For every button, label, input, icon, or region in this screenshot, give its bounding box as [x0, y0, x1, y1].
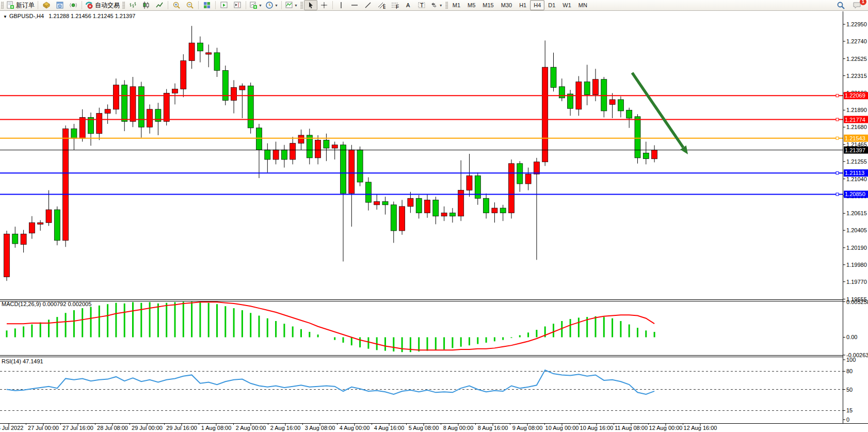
chart-window[interactable]: ▼GBPUSD-,H4 1.21288 1.21456 1.21245 1.21… — [0, 11, 868, 432]
svg-text:26 Jul 2022: 26 Jul 2022 — [0, 425, 23, 431]
svg-text:28 Jul 08:00: 28 Jul 08:00 — [97, 425, 128, 431]
timeframe-m5-button[interactable]: M5 — [464, 0, 479, 10]
bear-candle — [265, 150, 270, 159]
timeframe-mn-button[interactable]: MN — [575, 0, 591, 10]
candles-layer — [4, 26, 657, 281]
chevron-down-icon: ▼ — [259, 4, 262, 7]
text-icon: A — [404, 1, 412, 9]
data-window-button[interactable] — [53, 0, 67, 10]
current-price-line[interactable]: 1.21397 — [0, 147, 868, 154]
bear-candle — [365, 182, 371, 202]
toolbar: 新订单 自动交易 — [0, 0, 868, 11]
bull-candle — [239, 86, 245, 90]
horizontal-support-resistance-line[interactable]: 1.21113 — [0, 169, 868, 177]
zoom-out-button[interactable] — [183, 0, 197, 10]
bear-candle — [643, 153, 649, 158]
chart-canvas[interactable]: 1.229501.227401.225251.223151.221001.218… — [0, 11, 868, 432]
bull-candle — [652, 150, 657, 159]
price-tag-label: 1.22069 — [845, 92, 865, 99]
bear-candle — [635, 117, 640, 158]
toolbar-grip — [1, 2, 4, 9]
timeframe-d1-button[interactable]: D1 — [544, 0, 559, 10]
fibonacci-button[interactable]: F — [388, 0, 401, 10]
trendline-icon — [364, 1, 372, 9]
svg-text:1.22740: 1.22740 — [846, 38, 867, 44]
auto-scroll-button[interactable] — [217, 0, 231, 10]
tile-windows-button[interactable] — [200, 0, 214, 10]
equidistant-channel-button[interactable]: E — [375, 0, 388, 10]
timeframe-m1-button[interactable]: M1 — [449, 0, 464, 10]
navigator-button[interactable] — [67, 0, 80, 10]
candlestick-chart-icon — [142, 1, 150, 9]
svg-text:4 Aug 00:00: 4 Aug 00:00 — [340, 425, 370, 431]
timeframe-m30-button[interactable]: M30 — [497, 0, 516, 10]
timeframe-h1-button[interactable]: H1 — [516, 0, 530, 10]
horizontal-line-button[interactable] — [348, 0, 361, 10]
market-watch-button[interactable] — [40, 0, 53, 10]
search-button[interactable] — [834, 0, 847, 10]
price-tag-label: 1.21397 — [845, 147, 865, 153]
autotrading-button[interactable]: 自动交易 — [84, 0, 121, 10]
svg-text:29 Jul 00:00: 29 Jul 00:00 — [132, 425, 163, 431]
bear-candle — [214, 53, 220, 71]
arrows-button[interactable]: ▼ — [428, 0, 444, 10]
cursor-button[interactable] — [304, 0, 317, 10]
trendline-button[interactable] — [361, 0, 375, 10]
line-chart-button[interactable] — [153, 0, 166, 10]
horizontal-support-resistance-line[interactable]: 1.20850 — [0, 190, 868, 198]
clock-icon — [265, 1, 274, 9]
macd-signal-line — [7, 302, 654, 350]
fibonacci-icon: F — [391, 1, 399, 9]
bull-candle — [29, 222, 35, 233]
bull-candle — [609, 100, 615, 104]
timeframe-m15-button[interactable]: M15 — [479, 0, 497, 10]
bear-candle — [197, 43, 203, 51]
search-icon — [837, 1, 845, 10]
horizontal-support-resistance-line[interactable]: 1.21543 — [0, 135, 868, 142]
bear-candle — [475, 175, 480, 198]
new-order-button[interactable]: 新订单 — [5, 0, 36, 10]
zoom-out-icon — [186, 1, 194, 9]
svg-text:3 Aug 08:00: 3 Aug 08:00 — [305, 425, 335, 431]
bear-candle — [138, 87, 144, 127]
toolbar-grip — [122, 2, 125, 9]
bar-chart-button[interactable] — [126, 0, 139, 10]
bull-candle — [130, 87, 136, 121]
notifications-button[interactable]: 1 — [850, 0, 864, 10]
zoom-in-button[interactable] — [170, 0, 183, 10]
bull-candle — [525, 174, 531, 184]
svg-text:1.20615: 1.20615 — [846, 210, 867, 216]
candlestick-chart-button[interactable] — [139, 0, 153, 10]
svg-text:1.20405: 1.20405 — [846, 227, 867, 233]
macd-layer — [7, 302, 654, 353]
indicators-button[interactable]: ▼ — [283, 0, 299, 10]
market-watch-icon — [42, 1, 51, 9]
bull-candle — [349, 150, 355, 194]
new-chart-button[interactable]: ▼ — [248, 0, 264, 10]
crosshair-button[interactable] — [317, 0, 331, 10]
timeframe-h4-button[interactable]: H4 — [530, 0, 544, 10]
bear-candle — [357, 150, 363, 182]
text-label-icon: T — [417, 1, 426, 9]
bull-candle — [38, 222, 43, 224]
new-order-label: 新订单 — [16, 1, 35, 10]
vertical-line-button[interactable] — [334, 0, 348, 10]
chart-shift-icon — [233, 1, 242, 9]
equidistant-channel-icon: E — [377, 1, 385, 9]
bear-candle — [484, 198, 489, 213]
text-label-button[interactable]: T — [415, 0, 428, 10]
text-button[interactable]: A — [401, 0, 415, 10]
periods-button[interactable]: ▼ — [264, 0, 280, 10]
svg-text:T: T — [420, 2, 424, 8]
svg-text:100: 100 — [846, 357, 856, 363]
svg-text:1.19980: 1.19980 — [846, 262, 867, 268]
bear-candle — [551, 67, 556, 87]
chart-shift-button[interactable] — [231, 0, 244, 10]
separator — [82, 1, 82, 9]
svg-text:2 Aug 00:00: 2 Aug 00:00 — [236, 425, 266, 431]
svg-text:1.21255: 1.21255 — [846, 158, 867, 165]
data-window-icon — [56, 1, 64, 9]
svg-text:1.19770: 1.19770 — [846, 279, 867, 285]
timeframe-w1-button[interactable]: W1 — [559, 0, 575, 10]
svg-text:27 Jul 16:00: 27 Jul 16:00 — [62, 425, 93, 431]
